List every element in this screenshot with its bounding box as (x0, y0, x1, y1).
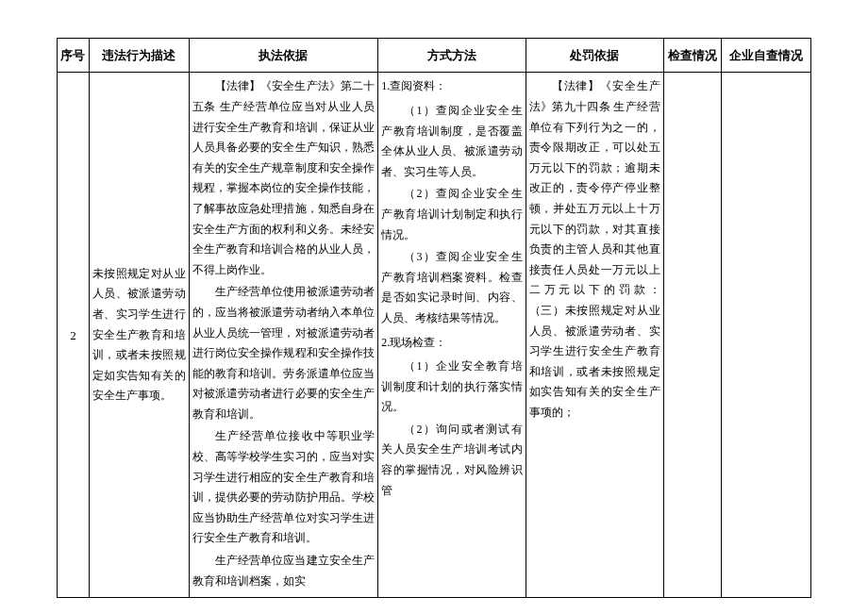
enforcement-table: 序号 违法行为描述 执法依据 方式方法 处罚依据 检查情况 企业自查情况 2 未… (57, 38, 811, 598)
method-m4: （1）企业安全教育培训制度和计划的执行落实情况。 (381, 357, 522, 418)
cell-penalty: 【法律】《安全生产法》第九十四条 生产经营单位有下列行为之一的，责令限期改正，可… (526, 73, 663, 598)
header-basis: 执法依据 (189, 39, 378, 73)
method-m1: （1）查阅企业安全生产教育培训制度，是否覆盖全体从业人员、被派遣劳动者、实习生等… (381, 101, 522, 182)
basis-p1: 【法律】《安全生产法》第二十五条 生产经营单位应当对从业人员进行安全生产教育和培… (192, 76, 376, 280)
basis-p4: 生产经营单位应当建立安全生产教育和培训档案，如实 (192, 551, 376, 591)
cell-self (721, 73, 810, 598)
header-row: 序号 违法行为描述 执法依据 方式方法 处罚依据 检查情况 企业自查情况 (58, 39, 811, 73)
document-page: 序号 违法行为描述 执法依据 方式方法 处罚依据 检查情况 企业自查情况 2 未… (0, 0, 868, 614)
basis-p3: 生产经营单位接收中等职业学校、高等学校学生实习的，应当对实习学生进行相应的安全生… (192, 426, 376, 549)
table-row: 2 未按照规定对从业人员、被派遣劳动者、实习学生进行安全生产教育和培训，或者未按… (58, 73, 811, 598)
header-desc: 违法行为描述 (89, 39, 189, 73)
desc-text: 未按照规定对从业人员、被派遣劳动者、实习学生进行安全生产教育和培训，或者未按照规… (92, 264, 186, 407)
header-penalty: 处罚依据 (526, 39, 663, 73)
method-h1: 1.查阅资料： (381, 76, 522, 97)
penalty-p1: 【法律】《安全生产法》第九十四条 生产经营单位有下列行为之一的，责令限期改正，可… (529, 76, 660, 423)
method-m3: （3）查阅企业安全生产教育培训档案资料。检查是否如实记录时间、内容、人员、考核结… (381, 247, 522, 328)
method-m5: （2）询问或者测试有关人员安全生产培训考试内容的掌握情况，对风险辨识管 (381, 420, 522, 501)
header-check: 检查情况 (663, 39, 721, 73)
cell-check (663, 73, 721, 598)
method-h2: 2.现场检查： (381, 333, 522, 354)
header-seq: 序号 (58, 39, 90, 73)
method-m2: （2）查阅企业安全生产教育培训计划制定和执行情况。 (381, 184, 522, 245)
cell-basis: 【法律】《安全生产法》第二十五条 生产经营单位应当对从业人员进行安全生产教育和培… (189, 73, 378, 598)
cell-method: 1.查阅资料： （1）查阅企业安全生产教育培训制度，是否覆盖全体从业人员、被派遣… (378, 73, 526, 598)
header-self: 企业自查情况 (721, 39, 810, 73)
cell-seq: 2 (58, 73, 90, 598)
cell-desc: 未按照规定对从业人员、被派遣劳动者、实习学生进行安全生产教育和培训，或者未按照规… (89, 73, 189, 598)
header-method: 方式方法 (378, 39, 526, 73)
basis-p2: 生产经营单位使用被派遣劳动者的，应当将被派遣劳动者纳入本单位从业人员统一管理，对… (192, 282, 376, 424)
